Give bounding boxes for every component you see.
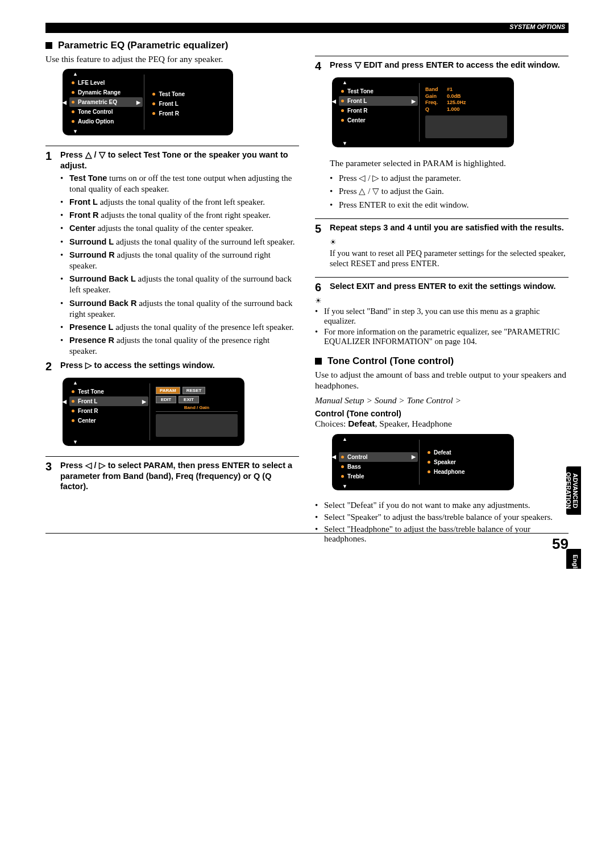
peq-intro: Use this feature to adjust the PEQ for a…	[45, 53, 299, 64]
band-gain-label: Band / Gain	[156, 405, 238, 412]
tone-intro: Use to adjust the amount of bass and tre…	[315, 369, 569, 391]
step-number: 5	[315, 222, 330, 235]
left-column: Parametric EQ (Parametric equalizer) Use…	[45, 40, 299, 546]
step-4: 4 Press ▽ EDIT and press ENTER to access…	[315, 56, 569, 73]
step-4-bullets: •Press ◁ / ▷ to adjust the parameter. •P…	[330, 173, 569, 210]
menu-item: Test Tone	[339, 86, 418, 96]
step-head: Press ▷ to access the settings window.	[60, 360, 299, 373]
param-button: PARAM	[156, 387, 180, 394]
right-column: 4 Press ▽ EDIT and press ENTER to access…	[315, 40, 569, 546]
edit-button: EDIT	[156, 396, 176, 403]
menu-item-selected: ◀Control▶	[339, 452, 418, 462]
menu-item: Dynamic Range	[69, 88, 143, 97]
peq-menu-screenshot-1: ▲ ▼ LFE Level Dynamic Range ◀Parametric …	[63, 69, 233, 135]
peq-title: Parametric EQ (Parametric equalizer)	[58, 40, 229, 51]
page-number: 59	[552, 535, 569, 553]
step-4-after: The parameter selected in PARAM is highl…	[330, 158, 569, 168]
menu-item: Front R	[339, 106, 418, 115]
scroll-up-icon: ▲	[342, 80, 347, 85]
menu-item: Center	[339, 115, 418, 125]
scroll-up-icon: ▲	[73, 71, 78, 77]
scroll-up-icon: ▲	[342, 436, 347, 442]
step-head: Repeat steps 3 and 4 until you are satis…	[330, 222, 569, 235]
menu-item: Center	[69, 416, 148, 425]
step-head: Press △ / ▽ to select Test Tone or the s…	[60, 150, 299, 170]
step-head: Press ◁ / ▷ to select PARAM, then press …	[60, 460, 299, 491]
tone-title: Tone Control (Tone control)	[327, 356, 454, 367]
menu-item: Bass	[339, 462, 418, 472]
step-6: 6 Select EXIT and press ENTER to exit th…	[315, 277, 569, 294]
tone-menu-screenshot: ▲ ▼ ◀Control▶ Bass Treble Defeat Speaker…	[332, 434, 514, 490]
menu-item: Front R	[150, 109, 226, 118]
step-6-notes: •If you select "Band" in step 3, you can…	[315, 307, 569, 346]
reset-button: RESET	[182, 387, 206, 394]
step-5-hint: If you want to reset all PEQ parameter s…	[330, 248, 569, 268]
tone-bullets: •Select "Defeat" if you do not want to m…	[315, 501, 569, 544]
tip-icon: ☀	[330, 238, 569, 247]
scroll-down-icon: ▼	[342, 483, 347, 489]
step-1-bullets: •Test Tone turns on or off the test tone…	[60, 173, 299, 357]
header-bar: SYSTEM OPTIONS	[45, 23, 569, 33]
step-number: 3	[45, 460, 60, 491]
menu-item: Front R	[69, 406, 148, 416]
menu-item: Headphone	[425, 467, 507, 477]
menu-item-selected: ◀Front L▶	[69, 396, 148, 406]
step-5: 5 Repeat steps 3 and 4 until you are sat…	[315, 218, 569, 235]
tone-heading: Tone Control (Tone control)	[315, 356, 569, 367]
menu-item: Treble	[339, 472, 418, 481]
menu-item: Defeat	[425, 448, 507, 457]
square-bullet-icon	[315, 358, 322, 365]
step-number: 6	[315, 281, 330, 294]
scroll-up-icon: ▲	[73, 380, 78, 386]
scroll-down-icon: ▼	[73, 439, 78, 445]
side-tabs: ADVANCEDOPERATION English	[566, 466, 581, 569]
step-head: Press ▽ EDIT and press ENTER to access t…	[330, 60, 569, 73]
step-1: 1 Press △ / ▽ to select Test Tone or the…	[45, 146, 299, 170]
step-number: 4	[315, 60, 330, 73]
tip-icon: ☀	[315, 296, 569, 305]
tone-sub: Control (Tone control)	[315, 409, 569, 418]
peq-menu-screenshot-3: ▲ ▼ Test Tone ◀Front L▶ Front R Center B…	[332, 77, 514, 147]
scroll-down-icon: ▼	[342, 140, 347, 146]
step-2: 2 Press ▷ to access the settings window.	[45, 360, 299, 373]
menu-item: Test Tone	[150, 89, 226, 99]
peq-heading: Parametric EQ (Parametric equalizer)	[45, 40, 299, 51]
menu-item: LFE Level	[69, 78, 143, 88]
exit-button: EXIT	[179, 396, 199, 403]
menu-item: Test Tone	[69, 387, 148, 396]
footer-rule	[45, 533, 569, 534]
menu-item: Audio Option	[69, 117, 143, 126]
menu-item: Tone Control	[69, 107, 143, 117]
tab-advanced-operation: ADVANCEDOPERATION	[566, 466, 581, 515]
step-number: 2	[45, 360, 60, 373]
tone-path: Manual Setup > Sound > Tone Control >	[315, 395, 569, 406]
menu-item-selected: ◀Front L▶	[339, 96, 418, 106]
step-head: Select EXIT and press ENTER to exit the …	[330, 281, 569, 294]
tone-choices: Choices: Defeat, Speaker, Headphone	[315, 418, 569, 429]
scroll-down-icon: ▼	[73, 129, 78, 134]
peq-menu-screenshot-2: ▲ ▼ Test Tone ◀Front L▶ Front R Center P…	[63, 378, 244, 446]
menu-item-selected: ◀Parametric EQ▶	[69, 97, 143, 107]
step-3: 3 Press ◁ / ▷ to select PARAM, then pres…	[45, 456, 299, 491]
menu-item: Speaker	[425, 457, 507, 467]
menu-item: Front L	[150, 99, 226, 109]
square-bullet-icon	[45, 42, 52, 49]
step-number: 1	[45, 150, 60, 170]
header-system-options: SYSTEM OPTIONS	[509, 23, 565, 30]
